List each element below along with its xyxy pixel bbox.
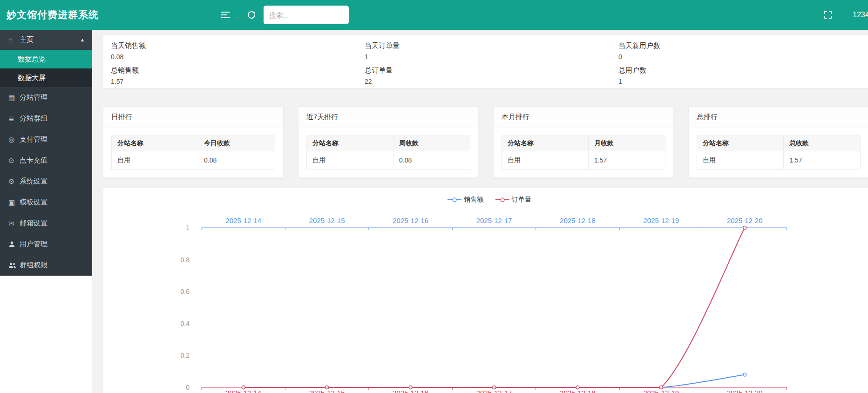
sidebar-item-substation-management[interactable]: ▦ 分站管理 — [0, 87, 92, 108]
chart-legend: 销售额 订单量 — [103, 196, 868, 204]
svg-text:2025-12-20: 2025-12-20 — [727, 217, 763, 224]
sidebar-item-data-overview[interactable]: 数据总览 — [0, 50, 92, 68]
ranking-table: 分站名称 总收款 自用 1.57 — [697, 136, 861, 169]
column-header: 月收款 — [589, 136, 665, 151]
fullscreen-button[interactable] — [818, 0, 838, 30]
sidebar-item-label: 数据总览 — [18, 55, 46, 64]
legend-label: 订单量 — [512, 196, 531, 204]
sidebar-item-mail-settings[interactable]: ✉ 邮箱设置 — [0, 213, 92, 234]
svg-text:2025-12-16: 2025-12-16 — [393, 217, 428, 224]
sidebar-item-payment-management[interactable]: ◎ 支付管理 — [0, 129, 92, 150]
sidebar-item-template-settings[interactable]: ▣ 模板设置 — [0, 192, 92, 213]
template-icon: ▣ — [8, 198, 20, 207]
legend-label: 销售额 — [464, 196, 483, 204]
sidebar-item-label: 群组权限 — [20, 261, 47, 270]
stat-value: 0 — [618, 53, 868, 61]
sidebar-item-system-settings[interactable]: ⚙ 系统设置 — [0, 171, 92, 192]
svg-text:2025-12-14: 2025-12-14 — [225, 389, 261, 393]
sidebar-item-group-permissions[interactable]: 群组权限 — [0, 255, 92, 276]
monthly-ranking-card: 本月排行 分站名称 月收款 自用 1.57 — [493, 106, 674, 178]
refresh-icon — [247, 10, 256, 20]
user-icon — [8, 241, 20, 248]
sidebar-item-label: 主页 — [20, 35, 34, 44]
stat-label: 总用户数 — [618, 66, 868, 75]
sidebar-item-label: 用户管理 — [20, 240, 47, 249]
card-title: 总排行 — [689, 107, 868, 128]
svg-text:0.6: 0.6 — [181, 288, 190, 295]
cell-site-name: 自用 — [502, 151, 589, 169]
svg-text:0.8: 0.8 — [181, 256, 190, 264]
circle-icon: ◎ — [8, 136, 20, 144]
gear-icon: ⚙ — [8, 177, 20, 186]
card-title: 近7天排行 — [298, 107, 478, 128]
home-icon: ⌂ — [8, 36, 20, 44]
stat-total-orders: 总订单量 22 — [365, 66, 618, 91]
stat-label: 总订单量 — [365, 66, 618, 75]
sidebar-item-data-bigscreen[interactable]: 数据大屏 — [0, 68, 92, 87]
column-header: 分站名称 — [502, 136, 589, 151]
stat-total-users: 总用户数 1 — [618, 66, 868, 91]
sidebar-item-label: 分站管理 — [20, 93, 47, 102]
sidebar-item-label: 模板设置 — [20, 198, 47, 207]
ranking-table: 分站名称 今日收款 自用 0.08 — [111, 136, 275, 169]
users-icon — [8, 262, 20, 269]
app-title: 妙文馆付费进群系统 — [7, 0, 99, 30]
stat-value: 1.57 — [111, 78, 365, 85]
grid-icon: ▦ — [8, 94, 20, 102]
svg-text:0.4: 0.4 — [181, 320, 190, 327]
stat-value: 1 — [365, 53, 618, 61]
sidebar-item-card-recharge[interactable]: ⊙ 点卡充值 — [0, 150, 92, 171]
stats-panel: 当天销售额 0.08 当天订单量 1 当天新用户数 0 总销售额 1.57 总订… — [103, 34, 868, 88]
sidebar-item-label: 分站群组 — [20, 114, 47, 123]
svg-text:2025-12-16: 2025-12-16 — [393, 389, 428, 393]
app-header: 妙文馆付费进群系统 12345 — [0, 0, 868, 30]
refresh-button[interactable] — [241, 0, 262, 30]
legend-line-marker-icon — [495, 197, 509, 203]
column-header: 分站名称 — [697, 136, 784, 151]
sidebar-item-home[interactable]: ⌂ 主页 ▲ — [0, 30, 92, 50]
sidebar-item-substation-groups[interactable]: ≣ 分站群组 — [0, 108, 92, 129]
svg-text:0: 0 — [186, 384, 190, 391]
column-header: 分站名称 — [112, 136, 198, 151]
fullscreen-icon — [823, 10, 833, 20]
stat-value: 1 — [618, 78, 868, 85]
weekly-ranking-card: 近7天排行 分站名称 周收款 自用 0.08 — [298, 106, 479, 178]
main-content: 当天销售额 0.08 当天订单量 1 当天新用户数 0 总销售额 1.57 总订… — [92, 30, 868, 393]
sales-orders-line-chart: 2025-12-142025-12-142025-12-152025-12-15… — [103, 210, 868, 393]
column-header: 总收款 — [784, 136, 861, 151]
mail-icon: ✉ — [8, 219, 20, 228]
daily-ranking-card: 日排行 分站名称 今日收款 自用 0.08 — [103, 106, 284, 178]
svg-text:2025-12-15: 2025-12-15 — [309, 389, 345, 393]
collapse-menu-button[interactable] — [215, 0, 236, 30]
sidebar-item-label: 邮箱设置 — [20, 219, 47, 228]
sidebar-item-label: 系统设置 — [20, 177, 47, 186]
sidebar: ⌂ 主页 ▲ 数据总览 数据大屏 ▦ 分站管理 ≣ 分站群组 ◎ 支付管理 ⊙ … — [0, 30, 92, 276]
cell-amount: 1.57 — [784, 151, 861, 169]
svg-text:2025-12-14: 2025-12-14 — [225, 217, 261, 224]
svg-text:2025-12-19: 2025-12-19 — [643, 217, 679, 224]
stat-label: 当天新用户数 — [618, 41, 868, 50]
card-title: 日排行 — [103, 107, 283, 128]
username[interactable]: 12345 — [853, 0, 868, 30]
stat-value: 22 — [365, 78, 618, 85]
legend-item-orders[interactable]: 订单量 — [495, 196, 531, 204]
cell-site-name: 自用 — [697, 151, 784, 169]
legend-item-sales[interactable]: 销售额 — [448, 196, 483, 204]
svg-text:2025-12-19: 2025-12-19 — [643, 389, 679, 393]
stat-today-orders: 当天订单量 1 — [365, 41, 618, 66]
svg-text:2025-12-17: 2025-12-17 — [476, 389, 512, 393]
stat-today-sales: 当天销售额 0.08 — [111, 41, 365, 66]
search-input[interactable] — [264, 6, 349, 24]
table-row: 自用 0.08 — [112, 151, 275, 169]
table-row: 自用 1.57 — [502, 151, 665, 169]
stat-value: 0.08 — [111, 53, 365, 61]
sidebar-item-user-management[interactable]: 用户管理 — [0, 234, 92, 255]
cell-site-name: 自用 — [112, 151, 198, 169]
svg-text:2025-12-15: 2025-12-15 — [309, 217, 345, 224]
cell-amount: 1.57 — [589, 151, 665, 169]
card-icon: ⊙ — [8, 156, 20, 165]
column-header: 今日收款 — [198, 136, 275, 151]
ranking-table: 分站名称 周收款 自用 0.08 — [306, 136, 470, 169]
column-header: 分站名称 — [307, 136, 393, 151]
table-row: 自用 0.08 — [307, 151, 470, 169]
